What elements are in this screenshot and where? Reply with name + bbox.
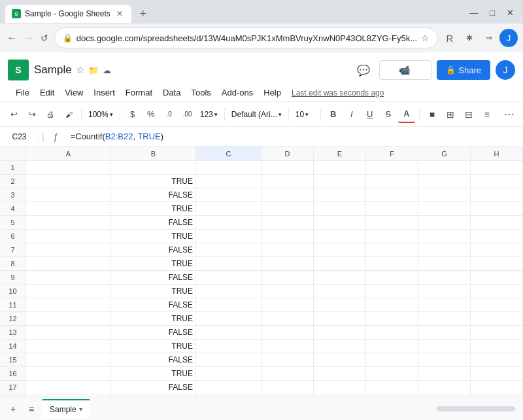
cell-g-4[interactable] [418, 202, 471, 215]
move-icon[interactable]: 📁 [88, 65, 99, 75]
borders-button[interactable]: ⊞ [442, 106, 459, 123]
cell-e-16[interactable] [314, 367, 366, 380]
col-header-h[interactable]: H [471, 147, 523, 160]
sheet-list-button[interactable]: ≡ [24, 401, 39, 417]
cell-g-8[interactable] [418, 257, 471, 270]
cell-b-10[interactable]: TRUE [111, 285, 196, 298]
row-num-14[interactable]: 14 [0, 340, 26, 353]
cell-h-6[interactable] [471, 230, 523, 243]
cell-f-17[interactable] [366, 381, 418, 394]
cell-a-9[interactable] [26, 271, 111, 284]
menu-edit[interactable]: Edit [35, 85, 59, 100]
cell-a-3[interactable] [26, 188, 111, 201]
menu-format[interactable]: Format [120, 85, 158, 100]
cell-d-17[interactable] [262, 381, 314, 394]
cell-h-3[interactable] [471, 188, 523, 201]
cell-b-16[interactable]: TRUE [111, 367, 196, 380]
cell-e-7[interactable] [314, 243, 366, 256]
halign-button[interactable]: ≡ [479, 106, 496, 123]
cell-a-2[interactable] [26, 175, 111, 188]
cell-f-7[interactable] [366, 243, 418, 256]
cell-b-1[interactable] [111, 161, 196, 174]
cell-a-8[interactable] [26, 257, 111, 270]
cell-g-15[interactable] [418, 353, 471, 366]
font-size-select[interactable]: 10 ▾ [293, 106, 316, 123]
cell-b-6[interactable]: TRUE [111, 230, 196, 243]
sheet-tab-sample[interactable]: Sample ▾ [42, 399, 90, 419]
cell-d-5[interactable] [262, 216, 314, 229]
cell-a-16[interactable] [26, 367, 111, 380]
cell-c-2[interactable] [196, 175, 262, 188]
cell-a-13[interactable] [26, 326, 111, 339]
cell-d-14[interactable] [262, 340, 314, 353]
text-color-button[interactable]: A [398, 106, 415, 123]
cell-f-10[interactable] [366, 285, 418, 298]
cell-g-13[interactable] [418, 326, 471, 339]
cell-f-6[interactable] [366, 230, 418, 243]
cell-reference[interactable]: C23 [0, 132, 39, 141]
print-button[interactable]: 🖨 [42, 106, 59, 123]
cell-c-7[interactable] [196, 243, 262, 256]
cell-g-14[interactable] [418, 340, 471, 353]
extension-btn-1[interactable]: R [441, 29, 459, 47]
sheet-tab-dropdown-icon[interactable]: ▾ [79, 406, 82, 413]
cell-d-4[interactable] [262, 202, 314, 215]
cell-c-3[interactable] [196, 188, 262, 201]
cell-b-15[interactable]: FALSE [111, 353, 196, 366]
cell-a-7[interactable] [26, 243, 111, 256]
cell-h-2[interactable] [471, 175, 523, 188]
row-num-16[interactable]: 16 [0, 367, 26, 380]
cell-d-9[interactable] [262, 271, 314, 284]
add-sheet-button[interactable]: + [5, 401, 21, 417]
cell-h-10[interactable] [471, 285, 523, 298]
row-num-4[interactable]: 4 [0, 202, 26, 215]
cell-a-4[interactable] [26, 202, 111, 215]
cell-h-4[interactable] [471, 202, 523, 215]
maximize-button[interactable]: □ [486, 8, 499, 18]
row-num-8[interactable]: 8 [0, 257, 26, 270]
cell-c-10[interactable] [196, 285, 262, 298]
underline-button[interactable]: U [362, 106, 379, 123]
cell-c-6[interactable] [196, 230, 262, 243]
cell-e-12[interactable] [314, 312, 366, 325]
cell-d-13[interactable] [262, 326, 314, 339]
tab[interactable]: S Sample - Google Sheets ✕ [5, 5, 131, 23]
cell-d-1[interactable] [262, 161, 314, 174]
row-num-12[interactable]: 12 [0, 312, 26, 325]
cell-f-4[interactable] [366, 202, 418, 215]
cell-b-5[interactable]: FALSE [111, 216, 196, 229]
url-bar[interactable]: 🔒 docs.google.com/spreadsheets/d/13W4uaM… [54, 27, 438, 48]
cell-c-13[interactable] [196, 326, 262, 339]
currency-button[interactable]: $ [124, 106, 141, 123]
cell-d-6[interactable] [262, 230, 314, 243]
cell-e-2[interactable] [314, 175, 366, 188]
cell-g-11[interactable] [418, 298, 471, 311]
cell-f-8[interactable] [366, 257, 418, 270]
reload-button[interactable]: ↺ [38, 29, 52, 47]
meet-button[interactable]: 📹 [379, 60, 431, 80]
minimize-button[interactable]: — [465, 8, 482, 18]
decimal-decrease-button[interactable]: .0 [161, 106, 178, 123]
cell-h-14[interactable] [471, 340, 523, 353]
cell-d-15[interactable] [262, 353, 314, 366]
cell-f-2[interactable] [366, 175, 418, 188]
cell-g-10[interactable] [418, 285, 471, 298]
cell-c-5[interactable] [196, 216, 262, 229]
cell-b-3[interactable]: FALSE [111, 188, 196, 201]
menu-tools[interactable]: Tools [186, 85, 216, 100]
cell-g-12[interactable] [418, 312, 471, 325]
row-num-10[interactable]: 10 [0, 285, 26, 298]
cell-c-14[interactable] [196, 340, 262, 353]
extension-btn-2[interactable]: ✱ [460, 29, 479, 47]
bold-button[interactable]: B [325, 106, 342, 123]
cell-h-8[interactable] [471, 257, 523, 270]
cell-b-13[interactable]: FALSE [111, 326, 196, 339]
cell-a-12[interactable] [26, 312, 111, 325]
bookmark-icon[interactable]: ☆ [421, 33, 430, 43]
cell-e-3[interactable] [314, 188, 366, 201]
cell-b-8[interactable]: TRUE [111, 257, 196, 270]
cell-h-9[interactable] [471, 271, 523, 284]
cell-h-13[interactable] [471, 326, 523, 339]
new-tab-button[interactable]: + [134, 5, 152, 23]
decimal-increase-button[interactable]: .00 [179, 106, 196, 123]
